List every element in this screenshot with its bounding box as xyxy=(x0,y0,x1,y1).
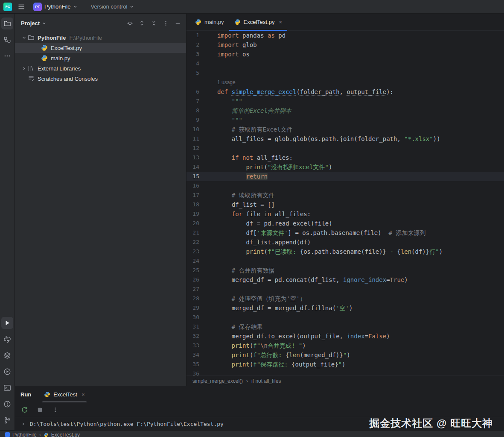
code-line[interactable]: 7 """ xyxy=(186,97,504,106)
run-console[interactable]: D:\Tools\test\Python\python.exe F:\Pytho… xyxy=(15,417,504,430)
line-number[interactable]: 24 xyxy=(186,256,199,266)
line-number[interactable]: 22 xyxy=(186,238,199,247)
line-number[interactable]: 6 xyxy=(186,87,199,97)
code-line[interactable]: 27 xyxy=(186,284,504,294)
tree-item-exceltest[interactable]: ExcelTest.py xyxy=(15,43,186,53)
line-number[interactable]: 21 xyxy=(186,228,199,238)
code-line[interactable]: 3import os xyxy=(186,50,504,59)
tree-item-mainpy[interactable]: main.py xyxy=(15,53,186,63)
select-opened-file-button[interactable] xyxy=(125,18,135,28)
run-toolwindow-title[interactable]: Run xyxy=(20,391,31,398)
close-tab-icon[interactable]: × xyxy=(279,19,283,25)
fold-chevron-icon[interactable] xyxy=(21,422,26,426)
code-line[interactable]: 17 # 读取所有文件 xyxy=(186,191,504,200)
line-number[interactable]: 4 xyxy=(186,59,199,68)
tree-item-pythonfile[interactable]: PythonFile F:\PythonFile xyxy=(15,32,186,43)
version-control-toolwindow-button[interactable] xyxy=(1,414,13,426)
line-number[interactable]: 12 xyxy=(186,144,199,153)
code-line[interactable]: 20 df = pd.read_excel(file) xyxy=(186,219,504,228)
run-toolwindow-button[interactable] xyxy=(1,317,13,329)
code-line[interactable]: 18 df_list = [] xyxy=(186,200,504,209)
code-line[interactable]: 8 简单的Excel合并脚本 xyxy=(186,106,504,115)
line-number[interactable]: 36 xyxy=(186,369,199,375)
code-line[interactable]: 26 merged_df = pd.concat(df_list, ignore… xyxy=(186,275,504,284)
code-line[interactable]: 1import pandas as pd xyxy=(186,31,504,40)
chevron-down-icon[interactable] xyxy=(20,35,28,40)
line-number[interactable]: 5 xyxy=(186,68,199,78)
statusbar-project[interactable]: PythonFile xyxy=(12,432,37,437)
code-line[interactable]: 2import glob xyxy=(186,40,504,50)
run-options-button[interactable] xyxy=(50,405,60,415)
line-number[interactable]: 19 xyxy=(186,209,199,219)
code-line[interactable]: 22 df_list.append(df) xyxy=(186,238,504,247)
problems-toolwindow-button[interactable] xyxy=(1,398,13,410)
line-number[interactable]: 15 xyxy=(186,172,199,181)
code-line[interactable]: 10 # 获取所有Excel文件 xyxy=(186,125,504,134)
code-line[interactable]: 13 if not all_files: xyxy=(186,153,504,162)
line-number[interactable]: 11 xyxy=(186,134,199,144)
expand-all-button[interactable] xyxy=(137,18,147,28)
code-line[interactable]: 19 for file in all_files: xyxy=(186,209,504,219)
project-toolwindow-button[interactable] xyxy=(1,18,13,29)
line-number[interactable]: 35 xyxy=(186,360,199,369)
line-number[interactable]: 17 xyxy=(186,191,199,200)
code-line[interactable]: 31 # 保存结果 xyxy=(186,322,504,331)
line-number[interactable]: 8 xyxy=(186,106,199,115)
line-number[interactable]: 31 xyxy=(186,322,199,331)
more-toolwindows-button[interactable] xyxy=(1,50,13,62)
breadcrumb-item[interactable]: if not all_files xyxy=(251,378,281,384)
line-number[interactable]: 20 xyxy=(186,219,199,228)
line-number[interactable]: 25 xyxy=(186,266,199,275)
line-number[interactable]: 34 xyxy=(186,350,199,360)
code-line[interactable]: 16 xyxy=(186,181,504,191)
line-number[interactable]: 10 xyxy=(186,125,199,134)
line-number[interactable]: 3 xyxy=(186,50,199,59)
line-number[interactable]: 29 xyxy=(186,303,199,313)
usage-inlay[interactable]: 1 usage xyxy=(186,78,504,87)
structure-toolwindow-button[interactable] xyxy=(1,34,13,46)
line-number[interactable]: 33 xyxy=(186,341,199,350)
hide-panel-button[interactable] xyxy=(172,18,183,28)
run-tab-exceltest[interactable]: ExcelTest × xyxy=(42,386,86,402)
statusbar-file[interactable]: ExcelTest.py xyxy=(51,432,80,437)
line-number[interactable]: 2 xyxy=(186,40,199,50)
code-line[interactable]: 36 xyxy=(186,369,504,375)
code-editor[interactable]: 1import pandas as pd2import glob3import … xyxy=(186,31,504,375)
main-menu-button[interactable] xyxy=(16,2,26,12)
rerun-button[interactable] xyxy=(19,405,29,415)
breadcrumb-item[interactable]: simple_merge_excel() xyxy=(192,378,243,384)
panel-options-button[interactable] xyxy=(160,18,171,28)
code-line[interactable]: 5 xyxy=(186,68,504,78)
line-number[interactable]: 1 xyxy=(186,31,199,40)
line-number[interactable]: 27 xyxy=(186,284,199,294)
python-packages-button[interactable] xyxy=(1,349,13,361)
line-number[interactable]: 7 xyxy=(186,97,199,106)
chevron-right-icon[interactable] xyxy=(20,66,28,71)
line-number[interactable]: 32 xyxy=(186,331,199,341)
code-line[interactable]: 29 merged_df = merged_df.fillna('空') xyxy=(186,303,504,313)
python-console-button[interactable] xyxy=(1,333,13,345)
code-line[interactable]: 23 print(f"已读取: {os.path.basename(file)}… xyxy=(186,247,504,256)
code-line[interactable]: 28 # 处理空值（填充为'空'） xyxy=(186,294,504,303)
line-number[interactable]: 30 xyxy=(186,313,199,322)
line-number[interactable]: 16 xyxy=(186,181,199,191)
code-line[interactable]: 9 """ xyxy=(186,115,504,125)
code-line[interactable]: 6def simple_merge_excel(folder_path, out… xyxy=(186,87,504,97)
stop-button[interactable] xyxy=(35,405,45,415)
code-line[interactable]: 25 # 合并所有数据 xyxy=(186,266,504,275)
code-line[interactable]: 14 print("没有找到Excel文件") xyxy=(186,162,504,172)
close-run-tab-icon[interactable]: × xyxy=(82,391,85,398)
tab-main-py[interactable]: main.py xyxy=(190,14,229,30)
code-line[interactable]: 12 xyxy=(186,144,504,153)
code-line[interactable]: 35 print(f"保存路径: {output_file}") xyxy=(186,360,504,369)
tree-item-external-libraries[interactable]: External Libraries xyxy=(15,63,186,73)
terminal-toolwindow-button[interactable] xyxy=(1,382,13,394)
services-toolwindow-button[interactable] xyxy=(1,366,13,378)
line-number[interactable]: 13 xyxy=(186,153,199,162)
line-number[interactable] xyxy=(186,78,199,87)
code-line[interactable]: 15 return xyxy=(186,172,504,181)
code-line[interactable]: 30 xyxy=(186,313,504,322)
code-line[interactable]: 11 all_files = glob.glob(os.path.join(fo… xyxy=(186,134,504,144)
collapse-all-button[interactable] xyxy=(149,18,159,28)
code-line[interactable]: 21 df['来源文件'] = os.path.basename(file) #… xyxy=(186,228,504,238)
